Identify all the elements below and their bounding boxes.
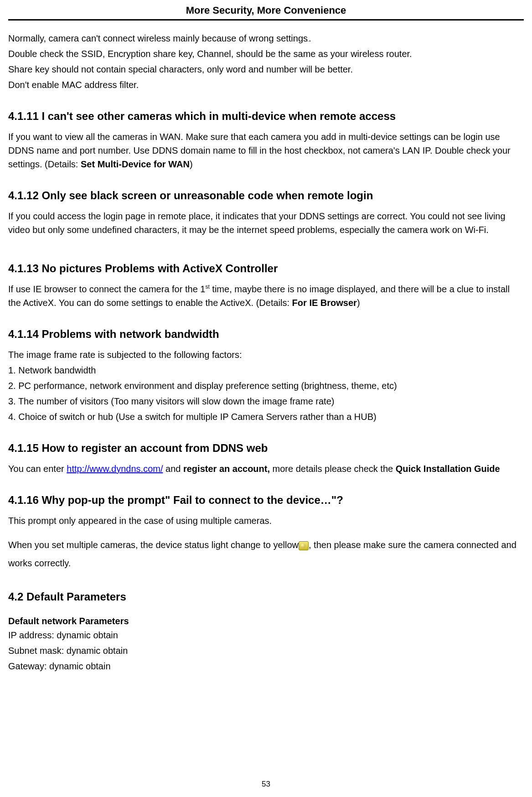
s42-subheading: Default network Parameters bbox=[8, 616, 524, 626]
s14-item-2: 2. PC performance, network environment a… bbox=[8, 379, 524, 393]
s11-text-c: ) bbox=[190, 159, 193, 169]
heading-4-2: 4.2 Default Parameters bbox=[8, 590, 524, 603]
heading-4-1-15: 4.1.15 How to register an account from D… bbox=[8, 442, 524, 455]
s42-line-1: IP address: dynamic obtain bbox=[8, 628, 524, 642]
s15-text-a: You can enter bbox=[8, 464, 67, 474]
s42-line-3: Gateway: dynamic obtain bbox=[8, 659, 524, 673]
s14-intro: The image frame rate is subjected to the… bbox=[8, 348, 524, 362]
page-header: More Security, More Convenience bbox=[8, 0, 524, 21]
intro-line-4: Don't enable MAC address filter. bbox=[8, 78, 524, 92]
heading-4-1-13: 4.1.13 No pictures Problems with ActiveX… bbox=[8, 262, 524, 275]
intro-line-1: Normally, camera can't connect wireless … bbox=[8, 31, 524, 45]
s13-bold: For IE Browser bbox=[292, 298, 357, 308]
heading-4-1-11: 4.1.11 I can't see other cameras which i… bbox=[8, 110, 524, 123]
s11-bold: Set Multi-Device for WAN bbox=[81, 159, 190, 169]
s14-item-1: 1. Network bandwidth bbox=[8, 363, 524, 377]
s16-p1: This prompt only appeared in the case of… bbox=[8, 514, 524, 528]
dyndns-link[interactable]: http://www.dyndns.com/ bbox=[67, 464, 163, 474]
s14-item-3: 3. The number of visitors (Too many visi… bbox=[8, 394, 524, 408]
s16-p2: When you set multiple cameras, the devic… bbox=[8, 536, 524, 572]
status-yellow-icon bbox=[299, 541, 309, 550]
section-4-1-12-body: If you could access the login page in re… bbox=[8, 209, 524, 237]
s15-text-d: more details please check the bbox=[270, 464, 396, 474]
intro-text-1a: Normally, camera can't connect wireless … bbox=[8, 33, 308, 43]
s13-text-a: If use IE browser to connect the camera … bbox=[8, 284, 205, 294]
section-4-1-15-body: You can enter http://www.dyndns.com/ and… bbox=[8, 462, 524, 476]
s15-bold-2: Quick Installation Guide bbox=[396, 464, 500, 474]
s42-line-2: Subnet mask: dynamic obtain bbox=[8, 644, 524, 657]
section-4-1-11-body: If you want to view all the cameras in W… bbox=[8, 130, 524, 171]
heading-4-1-12: 4.1.12 Only see black screen or unreason… bbox=[8, 189, 524, 202]
section-4-1-13-body: If use IE browser to connect the camera … bbox=[8, 282, 524, 310]
s15-text-b: and bbox=[163, 464, 183, 474]
intro-line-2: Double check the SSID, Encryption share … bbox=[8, 47, 524, 61]
s14-item-4: 4. Choice of switch or hub (Use a switch… bbox=[8, 410, 524, 424]
s16-text-a: When you set multiple cameras, the devic… bbox=[8, 540, 299, 550]
s13-text-d: ) bbox=[357, 298, 360, 308]
s15-bold-1: register an account, bbox=[183, 464, 270, 474]
intro-line-3: Share key should not contain special cha… bbox=[8, 62, 524, 76]
heading-4-1-16: 4.1.16 Why pop-up the prompt" Fail to co… bbox=[8, 494, 524, 507]
heading-4-1-14: 4.1.14 Problems with network bandwidth bbox=[8, 328, 524, 341]
intro-text-1b: . bbox=[309, 33, 311, 43]
s13-sup: st bbox=[205, 284, 209, 290]
page-number: 53 bbox=[0, 780, 532, 789]
